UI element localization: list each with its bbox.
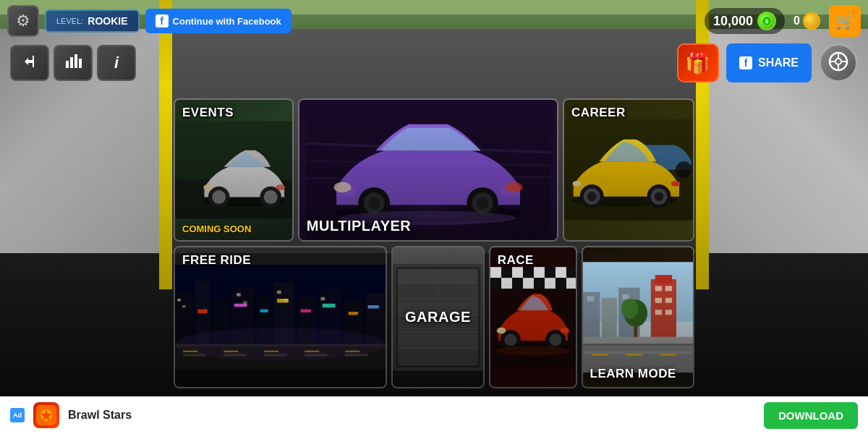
info-button[interactable]: i: [97, 45, 136, 81]
download-label: DOWNLOAD: [778, 409, 843, 422]
career-item-label: CAREER: [564, 100, 633, 126]
gear-icon: ⚙: [16, 12, 30, 30]
learnmode-item-label: LEARN MODE: [583, 361, 684, 387]
facebook-connect-label: Continue with Facebook: [173, 16, 281, 27]
brawl-stars-icon: [36, 405, 56, 425]
svg-rect-3: [66, 61, 69, 68]
ad-label-text: Ad: [13, 412, 22, 419]
secondary-bar-left: i: [10, 45, 136, 81]
race-item[interactable]: RACE: [489, 246, 577, 389]
events-item[interactable]: EVENTS COMING SOON: [174, 98, 294, 242]
menu-row-bottom: FREE RIDE: [174, 246, 694, 389]
gold-coin-icon: [803, 12, 820, 30]
green-coin-icon: $: [757, 12, 776, 30]
svg-rect-2: [33, 56, 34, 67]
coming-soon-text: COMING SOON: [182, 224, 251, 234]
download-button[interactable]: DOWNLOAD: [764, 402, 858, 429]
secondary-bar: i 🎁 f SHARE: [0, 42, 868, 84]
secondary-bar-right: 🎁 f SHARE: [677, 43, 858, 82]
level-value: ROOKIE: [88, 15, 127, 27]
gift-button[interactable]: 🎁: [677, 43, 719, 82]
info-icon: i: [114, 54, 119, 72]
svg-rect-5: [75, 54, 77, 68]
menu-container: EVENTS COMING SOON: [174, 93, 694, 394]
career-item[interactable]: CAREER: [563, 98, 694, 242]
exit-button[interactable]: [10, 45, 49, 81]
gift-icon: 🎁: [685, 51, 710, 75]
freeride-item[interactable]: FREE RIDE: [174, 246, 387, 389]
svg-text:$: $: [765, 19, 768, 25]
ad-app-icon: [33, 402, 59, 428]
steering-icon: [828, 51, 848, 75]
share-facebook-icon: f: [739, 56, 752, 69]
share-label: SHARE: [758, 56, 799, 69]
freeride-item-label: FREE RIDE: [175, 247, 258, 273]
garage-item-label: GARAGE: [393, 303, 483, 331]
events-item-label: EVENTS: [175, 100, 241, 126]
exit-icon: [21, 53, 38, 74]
level-badge: LEVEL: ROOKIE: [45, 9, 140, 33]
top-bar-left: ⚙ LEVEL: ROOKIE f Continue with Facebook: [7, 5, 292, 37]
coins-value: 10,000: [713, 14, 753, 29]
ad-app-name: Brawl Stars: [68, 409, 755, 422]
svg-rect-6: [79, 59, 82, 68]
multiplayer-item-label: MULTIPLAYER: [299, 212, 418, 240]
menu-row-top: EVENTS COMING SOON: [174, 98, 694, 242]
top-bar-right: 10,000 $ 0 🛒: [705, 5, 861, 37]
gold-value: 0: [793, 14, 800, 27]
steering-button[interactable]: [819, 43, 858, 82]
cart-button[interactable]: 🛒: [829, 5, 861, 37]
ad-banner: Ad Brawl Stars DOWNLOAD: [0, 396, 868, 434]
coins-display: 10,000 $: [705, 8, 785, 34]
race-item-label: RACE: [490, 247, 541, 273]
level-label: LEVEL:: [56, 17, 83, 25]
multiplayer-item[interactable]: MULTIPLAYER: [298, 98, 558, 242]
ad-indicator: Ad: [10, 408, 25, 422]
svg-point-8: [835, 59, 841, 64]
share-button[interactable]: f SHARE: [726, 43, 812, 82]
cart-icon: 🛒: [835, 12, 855, 30]
top-bar: ⚙ LEVEL: ROOKIE f Continue with Facebook…: [0, 0, 868, 42]
stats-button[interactable]: [54, 45, 93, 81]
gold-display: 0: [793, 12, 820, 30]
facebook-icon: f: [156, 14, 169, 27]
garage-item[interactable]: GARAGE: [391, 246, 485, 389]
facebook-connect-button[interactable]: f Continue with Facebook: [145, 9, 292, 33]
stats-icon: [64, 52, 82, 74]
settings-button[interactable]: ⚙: [7, 5, 39, 37]
learnmode-item[interactable]: LEARN MODE: [582, 246, 694, 389]
svg-rect-4: [70, 57, 73, 68]
